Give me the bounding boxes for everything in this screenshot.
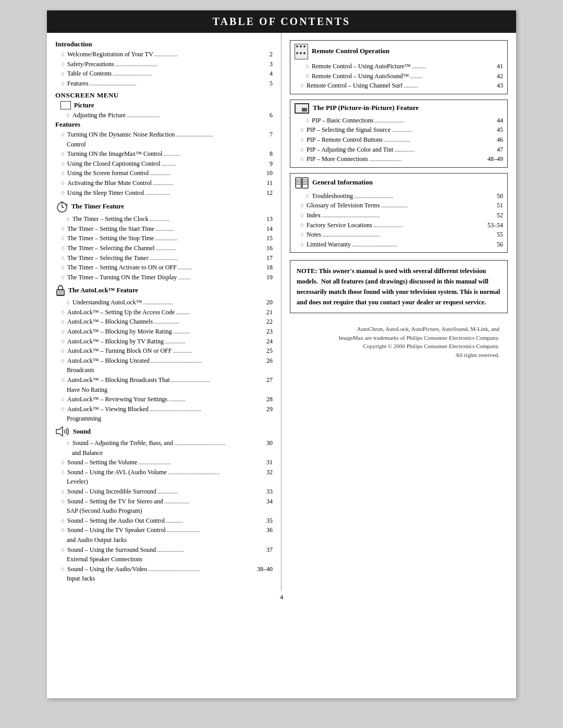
- footer-line1: AutoChron, AutoLock, AutoPicture, AutoSo…: [298, 325, 499, 334]
- features-header: Features: [55, 120, 273, 129]
- list-item: ♢AutoLock™ – Setting Up the Access Code …: [55, 307, 273, 317]
- diamond-icon: ♢: [300, 231, 304, 239]
- diamond-icon: ♢: [305, 63, 310, 71]
- sound-section: Sound ♢Sound – Adjusting the Treble, Bas…: [55, 426, 273, 584]
- diamond-icon: ♢: [300, 126, 304, 134]
- list-item: ♢Sound – Using Incredible Surround .....…: [55, 487, 273, 497]
- list-item: ♢PIP – Adjusting the Color and Tint ....…: [295, 145, 503, 155]
- diamond-icon: ♢: [300, 146, 304, 154]
- pip-section-header: The PIP (Picture-in-Picture) Feature: [295, 103, 503, 114]
- footer: AutoChron, AutoLock, AutoPicture, AutoSo…: [290, 319, 508, 364]
- list-item: ♢Turning ON the ImageMax™ Control ......…: [55, 149, 273, 159]
- picture-label: Picture: [74, 102, 94, 109]
- diamond-icon: ♢: [300, 136, 304, 144]
- diamond-icon: ♢: [60, 264, 65, 272]
- picture-section-header: Picture: [60, 101, 273, 109]
- list-item: ♢The Timer – Setting the Clock .........…: [55, 214, 273, 224]
- list-item: ♢Safety/Precautions ....................…: [55, 59, 273, 69]
- title-bar: Table of Contents: [47, 10, 516, 33]
- list-item: ♢Remote Control – Using AutoPicture™ ...…: [295, 61, 503, 71]
- list-item: ♢Understanding AutoLock™ ...............…: [55, 298, 273, 307]
- book-icon: [295, 177, 309, 189]
- onscreen-menu-section: ONSCREEN MENU Picture ♢Adjusting the Pic…: [55, 91, 273, 120]
- note-text: NOTE: This owner's manual is used with s…: [297, 267, 500, 306]
- page-number: 4: [47, 591, 516, 606]
- general-info-section: General Information ♢Troubleshooting ...…: [290, 173, 508, 253]
- onscreen-menu-header: ONSCREEN MENU: [55, 91, 273, 100]
- list-item: ♢The Timer – Selecting the Tuner .......…: [55, 253, 273, 263]
- list-item: ♢AutoLock™ – Blocking by Movie Rating ..…: [55, 327, 273, 337]
- diamond-icon: ♢: [60, 546, 65, 554]
- diamond-icon: ♢: [60, 51, 65, 59]
- footer-line3: Copyright © 2000 Philips Consumer Electr…: [298, 342, 499, 351]
- list-item: ♢Activating the Blue Mute Control ......…: [55, 178, 273, 188]
- diamond-icon: ♢: [66, 215, 70, 224]
- diamond-icon: ♢: [60, 347, 65, 355]
- diamond-icon: ♢: [300, 221, 304, 230]
- sound-section-header: Sound: [55, 426, 273, 437]
- diamond-icon: ♢: [305, 72, 310, 81]
- diamond-icon: ♢: [60, 526, 65, 535]
- diamond-icon: ♢: [60, 131, 65, 139]
- list-item: ♢Table of Contents .....................…: [55, 69, 273, 79]
- list-item: ♢The Timer – Setting Activate to ON or O…: [55, 263, 273, 273]
- list-item: ♢PIP – Selecting the Signal Source .....…: [295, 125, 503, 135]
- list-item: ♢Sound – Using the TV Speaker Control an…: [55, 525, 273, 545]
- list-item: ♢Features ..............................…: [55, 79, 273, 89]
- remote-icon: [295, 44, 308, 59]
- page: Table of Contents Introduction ♢Welcome/…: [47, 10, 516, 698]
- pip-icon: [295, 103, 309, 114]
- autolock-label: The AutoLock™ Feature: [68, 287, 138, 294]
- list-item: ♢AutoLock™ – Turning Block ON or OFF ...…: [55, 346, 273, 356]
- list-item: ♢AutoLock™ – Blocking Channels .........…: [55, 317, 273, 327]
- footer-line2: ImageMax are trademarks of Philips Consu…: [298, 334, 499, 342]
- list-item: ♢Sound – Setting the Volume ............…: [55, 458, 273, 467]
- diamond-icon: ♢: [60, 189, 65, 198]
- timer-section: The Timer Feature ♢The Timer – Setting t…: [55, 200, 273, 282]
- diamond-icon: ♢: [60, 225, 65, 233]
- diamond-icon: ♢: [60, 498, 65, 506]
- diamond-icon: ♢: [60, 376, 65, 385]
- introduction-section: Introduction ♢Welcome/Registration of Yo…: [55, 40, 273, 88]
- diamond-icon: ♢: [300, 241, 304, 249]
- list-item: ♢AutoLock™ – Blocking Broadcasts That Ha…: [55, 375, 273, 394]
- left-column: Introduction ♢Welcome/Registration of Yo…: [47, 33, 282, 591]
- list-item: ♢AutoLock™ – Blocking by TV Rating .....…: [55, 337, 273, 347]
- diamond-icon: ♢: [60, 150, 65, 158]
- list-item: ♢PIP – Basic Connections ...............…: [295, 116, 503, 126]
- diamond-icon: ♢: [60, 70, 65, 78]
- footer-line4: All rights reserved.: [298, 351, 499, 360]
- list-item: ♢Sound – Setting the TV for Stereo and S…: [55, 497, 273, 516]
- list-item: ♢Remote Control – Using AutoSound™ .....…: [295, 71, 503, 81]
- diamond-icon: ♢: [300, 82, 304, 90]
- diamond-icon: ♢: [305, 117, 310, 125]
- list-item: ♢Welcome/Registration of Your TV .......…: [55, 50, 273, 59]
- list-item: ♢Limited Warranty ......................…: [295, 240, 503, 250]
- features-section: Features ♢Turning ON the Dynamic Noise R…: [55, 120, 273, 198]
- diamond-icon: ♢: [300, 155, 304, 164]
- picture-icon: [60, 101, 71, 109]
- list-item: ♢Factory Service Locations .............…: [295, 220, 503, 230]
- diamond-icon: ♢: [66, 439, 70, 448]
- list-item: ♢Remote Control – Using Channel Surf ...…: [295, 81, 503, 91]
- list-item: ♢Troubleshooting .......................…: [295, 191, 503, 201]
- remote-control-header: Remote Control Operation: [295, 44, 503, 59]
- general-info-header: General Information: [295, 177, 503, 189]
- list-item: ♢The Timer – Setting the Start Time ....…: [55, 224, 273, 234]
- diamond-icon: ♢: [60, 160, 65, 168]
- list-item: ♢Using the Closed Captioning Control ...…: [55, 159, 273, 169]
- diamond-icon: ♢: [60, 357, 65, 365]
- diamond-icon: ♢: [60, 60, 65, 69]
- timer-label: The Timer Feature: [71, 203, 124, 211]
- diamond-icon: ♢: [60, 459, 65, 467]
- sound-icon: [55, 426, 71, 437]
- timer-section-header: The Timer Feature: [55, 200, 273, 213]
- diamond-icon: ♢: [66, 112, 70, 120]
- list-item: ♢The Timer – Turning ON the Timer Displa…: [55, 273, 273, 282]
- list-item: ♢Turning ON the Dynamic Noise Reduction …: [55, 130, 273, 149]
- list-item: ♢Sound – Using the Surround Sound Extern…: [55, 545, 273, 564]
- diamond-icon: ♢: [60, 328, 65, 336]
- main-content: Introduction ♢Welcome/Registration of Yo…: [47, 33, 516, 591]
- list-item: ♢PIP – Remote Control Buttons ..........…: [295, 135, 503, 145]
- list-item: ♢AutoLock™ – Viewing Blocked Programming…: [55, 404, 273, 424]
